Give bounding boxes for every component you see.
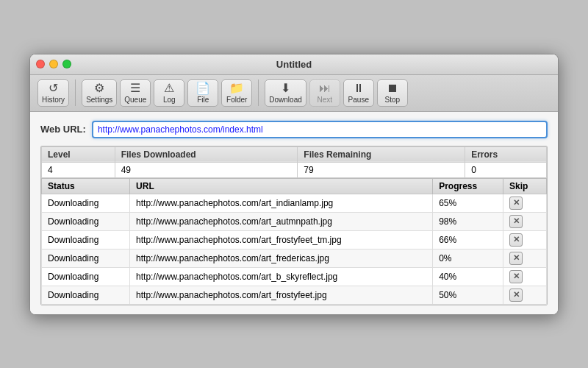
col-files-downloaded: Files Downloaded <box>115 146 298 162</box>
table-row: Downloadinghttp://www.panachephotos.com/… <box>42 286 547 304</box>
main-window: Untitled ↺ History ⚙ Settings ☰ Queue ⚠ … <box>29 54 559 315</box>
queue-button[interactable]: ☰ Queue <box>120 79 151 107</box>
col-files-remaining: Files Remaining <box>298 146 465 162</box>
log-icon: ⚠ <box>164 82 174 94</box>
file-icon: 📄 <box>196 82 210 94</box>
separator-1 <box>75 79 76 106</box>
file-label: File <box>197 96 209 104</box>
toolbar: ↺ History ⚙ Settings ☰ Queue ⚠ Log 📄 Fil… <box>30 75 558 112</box>
history-button[interactable]: ↺ History <box>37 79 69 107</box>
col-progress: Progress <box>433 178 503 194</box>
pause-button[interactable]: ⏸ Pause <box>343 79 374 107</box>
file-button[interactable]: 📄 File <box>187 79 218 107</box>
table-row: Downloadinghttp://www.panachephotos.com/… <box>42 249 547 267</box>
queue-icon: ☰ <box>130 82 140 94</box>
download-label: Download <box>269 96 301 104</box>
history-icon: ↺ <box>49 82 58 94</box>
close-button[interactable] <box>36 60 45 68</box>
log-button[interactable]: ⚠ Log <box>154 79 184 107</box>
table-row: Downloadinghttp://www.panachephotos.com/… <box>42 194 547 212</box>
tables-wrapper: Level Files Downloaded Files Remaining E… <box>40 146 548 305</box>
url-row: Web URL: <box>40 121 548 138</box>
col-level: Level <box>42 146 115 162</box>
stats-table: Level Files Downloaded Files Remaining E… <box>41 146 547 178</box>
next-button[interactable]: ⏭ Next <box>309 79 340 107</box>
folder-icon: 📁 <box>229 82 244 94</box>
log-label: Log <box>163 96 176 104</box>
skip-button[interactable]: ✕ <box>509 252 523 265</box>
col-status: Status <box>42 178 130 194</box>
col-url: URL <box>130 178 433 194</box>
window-title: Untitled <box>276 59 312 70</box>
url-input[interactable] <box>92 121 548 138</box>
table-row: 449790 <box>42 162 547 177</box>
settings-label: Settings <box>86 96 112 104</box>
download-button[interactable]: ⬇ Download <box>265 79 306 107</box>
skip-button[interactable]: ✕ <box>509 270 523 283</box>
next-icon: ⏭ <box>319 82 331 94</box>
pause-icon: ⏸ <box>353 82 365 94</box>
table-row: Downloadinghttp://www.panachephotos.com/… <box>42 267 547 286</box>
skip-button[interactable]: ✕ <box>509 197 523 210</box>
pause-label: Pause <box>348 96 369 104</box>
titlebar: Untitled <box>30 54 558 75</box>
traffic-lights <box>36 60 71 68</box>
maximize-button[interactable] <box>62 60 71 68</box>
skip-button[interactable]: ✕ <box>509 233 523 247</box>
content-area: Web URL: Level Files Downloaded Files Re… <box>30 112 558 314</box>
settings-icon: ⚙ <box>94 82 104 94</box>
folder-button[interactable]: 📁 Folder <box>221 79 252 107</box>
downloads-table: Status URL Progress Skip Downloadinghttp… <box>41 178 547 305</box>
minimize-button[interactable] <box>49 60 58 68</box>
stop-button[interactable]: ⏹ Stop <box>377 79 408 107</box>
table-row: Downloadinghttp://www.panachephotos.com/… <box>42 212 547 230</box>
download-icon: ⬇ <box>281 82 290 94</box>
separator-2 <box>258 79 259 106</box>
stop-label: Stop <box>384 96 400 104</box>
col-skip: Skip <box>503 178 547 194</box>
col-errors: Errors <box>465 146 547 162</box>
table-row: Downloadinghttp://www.panachephotos.com/… <box>42 230 547 249</box>
history-label: History <box>42 96 65 104</box>
settings-button[interactable]: ⚙ Settings <box>82 79 117 107</box>
queue-label: Queue <box>124 96 146 104</box>
folder-label: Folder <box>226 96 247 104</box>
next-label: Next <box>318 96 333 104</box>
skip-button[interactable]: ✕ <box>509 215 523 228</box>
url-label: Web URL: <box>40 124 86 135</box>
stop-icon: ⏹ <box>387 82 398 94</box>
skip-button[interactable]: ✕ <box>509 289 523 302</box>
